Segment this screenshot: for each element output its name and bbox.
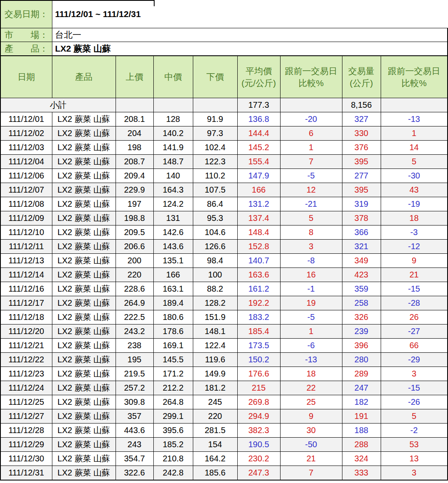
avg-price-cell: 148.4	[237, 225, 280, 240]
volume-cell: 289	[342, 367, 381, 381]
subtotal-label: 小計	[0, 98, 116, 112]
volume-change-cell: 14	[381, 141, 448, 155]
avg-price-cell: 131.2	[237, 197, 280, 211]
subtotal-volume-change-cell	[381, 98, 448, 112]
mid-price-cell: 148.7	[153, 155, 193, 169]
avg-price-cell: 247.3	[237, 466, 280, 481]
date-cell: 111/12/27	[0, 409, 52, 424]
low-price-cell: 86.4	[193, 197, 237, 211]
table-row: 111/12/31 LX2 蕨菜 山蘇 322.6 242.8 185.6 24…	[0, 466, 448, 481]
volume-change-cell: 1	[381, 126, 448, 141]
high-price-cell: 222.5	[116, 310, 153, 324]
avg-change-cell: 8	[280, 225, 342, 240]
avg-price-cell: 145.2	[237, 141, 280, 155]
product-cell: LX2 蕨菜 山蘇	[52, 155, 116, 169]
volume-change-cell: -12	[381, 240, 448, 254]
product-cell: LX2 蕨菜 山蘇	[52, 310, 116, 324]
avg-price-cell: 137.4	[237, 211, 280, 225]
date-cell: 111/12/14	[0, 268, 52, 282]
table-row: 111/12/14 LX2 蕨菜 山蘇 220 166 100 163.6 16…	[0, 268, 448, 282]
low-price-cell: 102.4	[193, 141, 237, 155]
trade-date-label: 交易日期：	[0, 0, 52, 28]
avg-change-cell: -21	[280, 197, 342, 211]
table-row: 111/12/07 LX2 蕨菜 山蘇 229.9 164.3 107.5 16…	[0, 183, 448, 197]
product-cell: LX2 蕨菜 山蘇	[52, 141, 116, 155]
high-price-cell: 243.2	[116, 324, 153, 339]
avg-change-cell: 25	[280, 395, 342, 409]
subtotal-row: 小計 177.3 8,156	[0, 98, 448, 112]
avg-price-cell: 183.2	[237, 310, 280, 324]
high-price-cell: 357	[116, 409, 153, 424]
subtotal-avg-cell: 177.3	[237, 98, 280, 112]
avg-change-cell: 22	[280, 381, 342, 395]
table-row: 111/12/22 LX2 蕨菜 山蘇 195 145.5 119.6 150.…	[0, 353, 448, 367]
volume-change-cell: 66	[381, 339, 448, 353]
avg-change-cell: -6	[280, 339, 342, 353]
avg-change-cell: -20	[280, 112, 342, 126]
volume-change-cell: 5	[381, 155, 448, 169]
avg-change-cell: 1	[280, 324, 342, 339]
avg-price-cell: 152.8	[237, 240, 280, 254]
low-price-cell: 91.9	[193, 112, 237, 126]
volume-change-cell: -13	[381, 112, 448, 126]
product-cell: LX2 蕨菜 山蘇	[52, 183, 116, 197]
volume-change-cell: -26	[381, 395, 448, 409]
table-row: 111/12/18 LX2 蕨菜 山蘇 222.5 180.6 151.9 18…	[0, 310, 448, 324]
avg-price-cell: 144.4	[237, 126, 280, 141]
product-cell: LX2 蕨菜 山蘇	[52, 296, 116, 310]
volume-cell: 376	[342, 141, 381, 155]
volume-cell: 333	[342, 466, 381, 481]
volume-cell: 395	[342, 183, 381, 197]
date-cell: 111/12/28	[0, 424, 52, 438]
avg-change-cell: 9	[280, 409, 342, 424]
volume-change-cell: -3	[381, 225, 448, 240]
low-price-cell: 119.6	[193, 353, 237, 367]
high-price-cell: 208.7	[116, 155, 153, 169]
high-price-cell: 228.6	[116, 282, 153, 296]
table-row: 111/12/10 LX2 蕨菜 山蘇 209.5 142.6 104.6 14…	[0, 225, 448, 240]
volume-cell: 330	[342, 126, 381, 141]
mid-price-cell: 395.6	[153, 424, 193, 438]
high-price-cell: 198.8	[116, 211, 153, 225]
avg-price-cell: 150.2	[237, 353, 280, 367]
volume-change-cell: 3	[381, 367, 448, 381]
high-price-cell: 354.7	[116, 452, 153, 466]
volume-change-cell: -15	[381, 381, 448, 395]
trade-date-row: 交易日期： 111/12/01 ~ 111/12/31	[0, 0, 448, 28]
low-price-cell: 164.2	[193, 452, 237, 466]
product-cell: LX2 蕨菜 山蘇	[52, 367, 116, 381]
volume-change-cell: 53	[381, 438, 448, 452]
market-row: 市 場： 台北一	[0, 28, 448, 42]
avg-change-cell: 12	[280, 183, 342, 197]
avg-change-cell: 21	[280, 452, 342, 466]
high-price-cell: 243	[116, 438, 153, 452]
product-cell: LX2 蕨菜 山蘇	[52, 452, 116, 466]
low-price-cell: 149.9	[193, 367, 237, 381]
date-cell: 111/12/25	[0, 395, 52, 409]
volume-cell: 288	[342, 438, 381, 452]
low-price-cell: 185.6	[193, 466, 237, 481]
high-price-cell: 208.1	[116, 112, 153, 126]
mid-price-cell: 171.2	[153, 367, 193, 381]
avg-price-cell: 155.4	[237, 155, 280, 169]
mid-price-cell: 166	[153, 268, 193, 282]
high-price-cell: 209.5	[116, 225, 153, 240]
price-table: 日期 產品 上價 中價 下價 平均價 (元/公斤) 跟前一交易日 比較% 交易量…	[0, 56, 448, 481]
subtotal-avg-change-cell	[280, 98, 342, 112]
market-price-report: 交易日期： 111/12/01 ~ 111/12/31 市 場： 台北一 產 品…	[0, 0, 448, 481]
high-price-cell: 257.2	[116, 381, 153, 395]
low-price-cell: 104.6	[193, 225, 237, 240]
date-cell: 111/12/20	[0, 324, 52, 339]
volume-cell: 366	[342, 225, 381, 240]
col-header-product: 產品	[52, 56, 116, 98]
product-cell: LX2 蕨菜 山蘇	[52, 339, 116, 353]
product-cell: LX2 蕨菜 山蘇	[52, 424, 116, 438]
low-price-cell: 95.3	[193, 211, 237, 225]
table-row: 111/12/20 LX2 蕨菜 山蘇 243.2 178.6 148.1 18…	[0, 324, 448, 339]
product-cell: LX2 蕨菜 山蘇	[52, 126, 116, 141]
low-price-cell: 107.5	[193, 183, 237, 197]
avg-change-cell: 18	[280, 367, 342, 381]
date-cell: 111/12/21	[0, 339, 52, 353]
date-cell: 111/12/04	[0, 155, 52, 169]
avg-change-cell: -50	[280, 438, 342, 452]
